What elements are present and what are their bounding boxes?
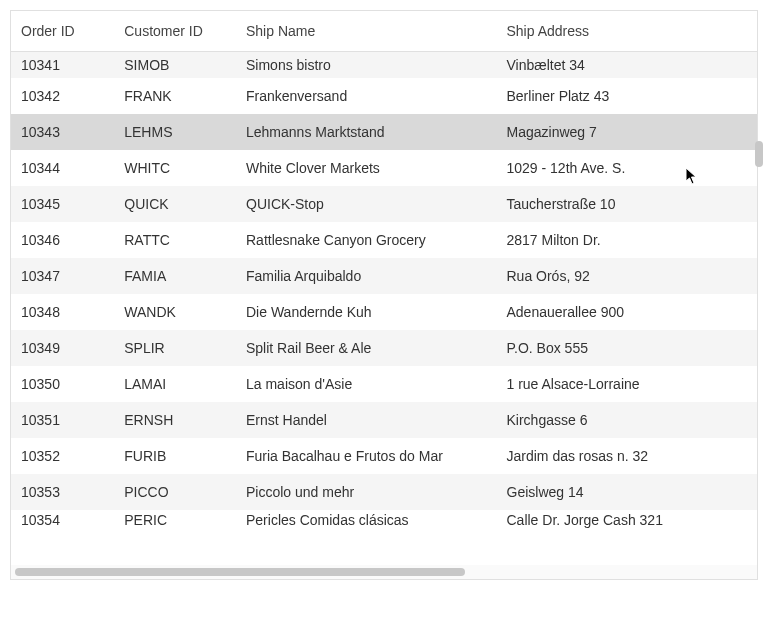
cell-ship-name: Frankenversand (236, 88, 497, 104)
cell-ship-name: Piccolo und mehr (236, 484, 497, 500)
data-grid[interactable]: Order ID Customer ID Ship Name Ship Addr… (10, 10, 758, 580)
cell-order-id: 10346 (11, 232, 114, 248)
cell-ship-name: Pericles Comidas clásicas (236, 512, 497, 528)
cell-ship-name: Simons bistro (236, 57, 497, 73)
cell-order-id: 10352 (11, 448, 114, 464)
cell-order-id: 10348 (11, 304, 114, 320)
cell-ship-name: QUICK-Stop (236, 196, 497, 212)
cell-order-id: 10341 (11, 57, 114, 73)
table-row[interactable]: 10350LAMAILa maison d'Asie1 rue Alsace-L… (11, 366, 757, 402)
cell-ship-address: 1 rue Alsace-Lorraine (497, 376, 758, 392)
cell-order-id: 10342 (11, 88, 114, 104)
table-row[interactable]: 10346RATTCRattlesnake Canyon Grocery2817… (11, 222, 757, 258)
cell-customer-id: FURIB (114, 448, 236, 464)
table-row[interactable]: 10352FURIBFuria Bacalhau e Frutos do Mar… (11, 438, 757, 474)
horizontal-scrollbar[interactable] (11, 565, 757, 579)
table-row[interactable]: 10341SIMOBSimons bistroVinbæltet 34 (11, 52, 757, 78)
cell-ship-address: Berliner Platz 43 (497, 88, 758, 104)
horizontal-scrollbar-thumb[interactable] (15, 568, 465, 576)
table-row[interactable]: 10342FRANKFrankenversandBerliner Platz 4… (11, 78, 757, 114)
cell-customer-id: FRANK (114, 88, 236, 104)
cell-ship-name: La maison d'Asie (236, 376, 497, 392)
cell-ship-address: Adenauerallee 900 (497, 304, 758, 320)
cell-customer-id: SIMOB (114, 57, 236, 73)
table-row[interactable]: 10344WHITCWhite Clover Markets1029 - 12t… (11, 150, 757, 186)
column-header-ship-name[interactable]: Ship Name (236, 23, 497, 39)
cell-order-id: 10351 (11, 412, 114, 428)
cell-order-id: 10343 (11, 124, 114, 140)
cell-ship-address: Vinbæltet 34 (497, 57, 758, 73)
table-row[interactable]: 10349SPLIRSplit Rail Beer & AleP.O. Box … (11, 330, 757, 366)
cell-order-id: 10350 (11, 376, 114, 392)
table-row[interactable]: 10343LEHMSLehmanns MarktstandMagazinweg … (11, 114, 757, 150)
column-header-ship-address[interactable]: Ship Address (497, 23, 758, 39)
cell-customer-id: LAMAI (114, 376, 236, 392)
table-row[interactable]: 10348WANDKDie Wandernde KuhAdenauerallee… (11, 294, 757, 330)
cell-customer-id: SPLIR (114, 340, 236, 356)
table-row[interactable]: 10351ERNSHErnst HandelKirchgasse 6 (11, 402, 757, 438)
cell-ship-name: Rattlesnake Canyon Grocery (236, 232, 497, 248)
cell-ship-address: Geislweg 14 (497, 484, 758, 500)
cell-ship-name: Split Rail Beer & Ale (236, 340, 497, 356)
cell-ship-address: Magazinweg 7 (497, 124, 758, 140)
cell-order-id: 10345 (11, 196, 114, 212)
cell-order-id: 10354 (11, 512, 114, 528)
table-row[interactable]: 10353PICCOPiccolo und mehrGeislweg 14 (11, 474, 757, 510)
cell-ship-name: Die Wandernde Kuh (236, 304, 497, 320)
vertical-scrollbar-thumb[interactable] (755, 141, 763, 167)
cell-customer-id: QUICK (114, 196, 236, 212)
cell-customer-id: RATTC (114, 232, 236, 248)
cell-ship-address: 1029 - 12th Ave. S. (497, 160, 758, 176)
cell-ship-address: Calle Dr. Jorge Cash 321 (497, 512, 758, 528)
cell-customer-id: WANDK (114, 304, 236, 320)
cell-ship-address: Rua Orós, 92 (497, 268, 758, 284)
cell-ship-address: Kirchgasse 6 (497, 412, 758, 428)
cell-order-id: 10353 (11, 484, 114, 500)
table-row[interactable]: 10345QUICKQUICK-StopTaucherstraße 10 (11, 186, 757, 222)
cell-ship-address: Jardim das rosas n. 32 (497, 448, 758, 464)
cell-ship-name: Furia Bacalhau e Frutos do Mar (236, 448, 497, 464)
cell-ship-address: P.O. Box 555 (497, 340, 758, 356)
cell-customer-id: PERIC (114, 512, 236, 528)
cell-customer-id: PICCO (114, 484, 236, 500)
cell-ship-address: 2817 Milton Dr. (497, 232, 758, 248)
cell-order-id: 10349 (11, 340, 114, 356)
table-row[interactable]: 10347FAMIAFamilia ArquibaldoRua Orós, 92 (11, 258, 757, 294)
column-header-row: Order ID Customer ID Ship Name Ship Addr… (11, 11, 757, 52)
cell-order-id: 10347 (11, 268, 114, 284)
cell-ship-name: Lehmanns Marktstand (236, 124, 497, 140)
cell-ship-address: Taucherstraße 10 (497, 196, 758, 212)
cell-customer-id: ERNSH (114, 412, 236, 428)
cell-ship-name: Ernst Handel (236, 412, 497, 428)
cell-ship-name: White Clover Markets (236, 160, 497, 176)
cell-customer-id: WHITC (114, 160, 236, 176)
cell-customer-id: FAMIA (114, 268, 236, 284)
table-row[interactable]: 10354PERICPericles Comidas clásicasCalle… (11, 510, 757, 530)
cell-order-id: 10344 (11, 160, 114, 176)
column-header-customer-id[interactable]: Customer ID (114, 23, 236, 39)
cell-ship-name: Familia Arquibaldo (236, 268, 497, 284)
cell-customer-id: LEHMS (114, 124, 236, 140)
grid-body[interactable]: 10341SIMOBSimons bistroVinbæltet 3410342… (11, 52, 757, 565)
column-header-order-id[interactable]: Order ID (11, 23, 114, 39)
